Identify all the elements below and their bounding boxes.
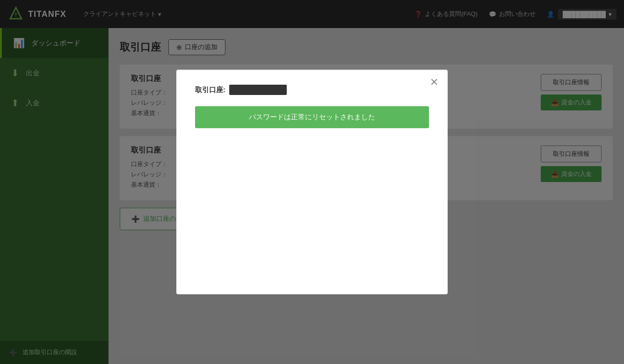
modal: ✕ 取引口座: ██████████ パスワードは正常にリセットされました bbox=[176, 70, 448, 294]
modal-account-row: 取引口座: ██████████ bbox=[195, 85, 429, 95]
modal-account-label: 取引口座: bbox=[195, 86, 225, 95]
modal-success-banner: パスワードは正常にリセットされました bbox=[195, 106, 429, 128]
modal-account-value: ██████████ bbox=[229, 85, 287, 95]
modal-close-button[interactable]: ✕ bbox=[430, 77, 438, 87]
modal-overlay[interactable]: ✕ 取引口座: ██████████ パスワードは正常にリセットされました bbox=[0, 0, 624, 364]
